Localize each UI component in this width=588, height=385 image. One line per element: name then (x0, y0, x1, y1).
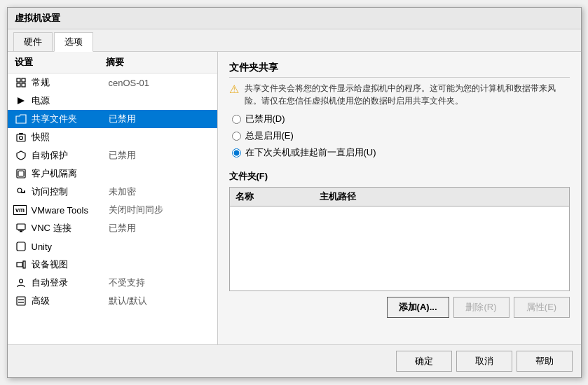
svg-point-10 (18, 188, 22, 192)
svg-rect-7 (19, 133, 23, 134)
settings-item-icon-guest-isolation (15, 167, 27, 180)
radio-item-until-off[interactable]: 在下次关机或挂起前一直启用(U) (232, 146, 570, 159)
title-bar: 虚拟机设置 (8, 8, 581, 29)
settings-item-summary-access-control: 未加密 (109, 186, 136, 198)
settings-item-name-autologin: 自动登录 (32, 276, 109, 289)
settings-item-summary-autologin: 不受支持 (109, 276, 145, 289)
settings-item-name-general: 常规 (32, 76, 109, 89)
settings-item-icon-unity (15, 240, 27, 253)
settings-item-advanced[interactable]: 高级默认/默认 (8, 292, 217, 310)
folder-table: 名称 主机路径 (229, 187, 570, 291)
svg-marker-4 (18, 97, 25, 104)
svg-rect-13 (17, 224, 25, 230)
svg-rect-16 (17, 242, 25, 251)
settings-item-icon-vmware-tools: vm (15, 204, 27, 216)
bottom-bar: 确定 取消 帮助 (8, 344, 581, 377)
settings-item-name-vnc: VNC 连接 (32, 222, 109, 234)
radio-input-until-off[interactable] (232, 148, 241, 158)
folder-sharing-section: 文件夹共享 ⚠ 共享文件夹会将您的文件显示给虚拟机中的程序。这可能为您的计算机和… (229, 62, 570, 159)
settings-item-icon-autologin (15, 276, 27, 289)
svg-point-6 (19, 136, 22, 140)
left-panel: 设置 摘要 常规cenOS-01电源共享文件夹已禁用快照自动保护已禁用客户机隔离… (8, 52, 218, 344)
settings-item-icon-vnc (15, 222, 27, 234)
settings-item-icon-snapshot (15, 131, 27, 144)
svg-rect-5 (17, 134, 25, 141)
settings-item-summary-vnc: 已禁用 (109, 222, 136, 234)
svg-rect-9 (18, 171, 24, 176)
settings-item-name-snapshot: 快照 (32, 131, 109, 144)
settings-item-name-unity: Unity (32, 241, 109, 252)
warning-icon: ⚠ (229, 83, 239, 96)
radio-item-disabled[interactable]: 已禁用(D) (232, 113, 570, 125)
settings-item-unity[interactable]: Unity (8, 237, 217, 255)
properties-button[interactable]: 属性(E) (514, 297, 570, 318)
folder-table-header: 名称 主机路径 (230, 188, 569, 206)
settings-item-autoprotect[interactable]: 自动保护已禁用 (8, 146, 217, 164)
col-name-header: 名称 (235, 190, 320, 203)
remove-button[interactable]: 删除(R) (453, 297, 510, 318)
settings-item-summary-advanced: 默认/默认 (109, 295, 148, 307)
settings-item-snapshot[interactable]: 快照 (8, 128, 217, 146)
settings-item-vmware-tools[interactable]: vmVMware Tools关闭时间同步 (8, 201, 217, 219)
ok-button[interactable]: 确定 (396, 351, 452, 372)
header-setting: 设置 (15, 56, 106, 69)
settings-item-access-control[interactable]: 访问控制未加密 (8, 183, 217, 201)
settings-item-name-access-control: 访问控制 (32, 186, 109, 198)
settings-item-summary-vmware-tools: 关闭时间同步 (109, 204, 163, 216)
settings-item-name-shared-folder: 共享文件夹 (32, 113, 109, 125)
warning-box: ⚠ 共享文件夹会将您的文件显示给虚拟机中的程序。这可能为您的计算机和数据带来风险… (229, 82, 570, 107)
folder-label: 文件夹(F) (229, 170, 570, 183)
settings-item-name-advanced: 高级 (32, 295, 109, 307)
svg-point-19 (19, 279, 22, 283)
help-button[interactable]: 帮助 (517, 351, 573, 372)
settings-item-icon-general (15, 76, 27, 89)
cancel-button[interactable]: 取消 (456, 351, 512, 372)
settings-item-icon-advanced (15, 295, 27, 307)
settings-item-name-vmware-tools: VMware Tools (32, 205, 109, 216)
buttons-row: 添加(A)... 删除(R) 属性(E) (229, 297, 570, 318)
virtual-machine-settings-window: 虚拟机设置 硬件 选项 设置 摘要 常规cenOS-01电源共享文件夹已禁用快照… (7, 7, 582, 378)
settings-item-icon-autoprotect (15, 149, 27, 162)
svg-rect-14 (18, 230, 24, 231)
svg-rect-18 (23, 261, 25, 268)
tab-hardware[interactable]: 硬件 (13, 32, 53, 51)
settings-item-name-device-view: 设备视图 (32, 258, 109, 271)
radio-input-disabled[interactable] (232, 115, 241, 124)
settings-item-summary-autoprotect: 已禁用 (109, 149, 136, 162)
add-button[interactable]: 添加(A)... (387, 297, 449, 318)
right-panel: 文件夹共享 ⚠ 共享文件夹会将您的文件显示给虚拟机中的程序。这可能为您的计算机和… (218, 52, 581, 344)
folder-section: 文件夹(F) 名称 主机路径 添加(A)... 删除(R) 属性(E) (229, 170, 570, 318)
settings-item-summary-shared-folder: 已禁用 (109, 113, 136, 125)
settings-item-device-view[interactable]: 设备视图 (8, 255, 217, 274)
svg-rect-1 (22, 78, 25, 82)
svg-rect-0 (17, 78, 20, 82)
svg-rect-15 (20, 231, 22, 232)
tab-bar: 硬件 选项 (8, 29, 581, 52)
main-content: 设置 摘要 常规cenOS-01电源共享文件夹已禁用快照自动保护已禁用客户机隔离… (8, 52, 581, 344)
settings-header: 设置 摘要 (8, 52, 217, 74)
settings-item-icon-device-view (15, 258, 27, 271)
settings-list: 常规cenOS-01电源共享文件夹已禁用快照自动保护已禁用客户机隔离访问控制未加… (8, 74, 217, 344)
window-title: 虚拟机设置 (15, 13, 60, 23)
settings-item-power[interactable]: 电源 (8, 92, 217, 110)
radio-input-always[interactable] (232, 132, 241, 141)
svg-rect-2 (17, 83, 20, 87)
settings-item-autologin[interactable]: 自动登录不受支持 (8, 274, 217, 292)
svg-rect-3 (22, 83, 25, 87)
settings-item-shared-folder[interactable]: 共享文件夹已禁用 (8, 110, 217, 128)
section-title: 文件夹共享 (229, 62, 570, 78)
radio-item-always[interactable]: 总是启用(E) (232, 130, 570, 142)
settings-item-general[interactable]: 常规cenOS-01 (8, 74, 217, 92)
col-path-header: 主机路径 (320, 190, 563, 203)
radio-label-always: 总是启用(E) (245, 130, 294, 142)
folder-table-body (230, 206, 569, 290)
settings-item-icon-power (15, 94, 27, 107)
settings-item-name-power: 电源 (32, 94, 109, 107)
tab-options[interactable]: 选项 (54, 32, 93, 52)
settings-item-guest-isolation[interactable]: 客户机隔离 (8, 164, 217, 183)
svg-rect-17 (17, 262, 22, 267)
radio-group: 已禁用(D)总是启用(E)在下次关机或挂起前一直启用(U) (232, 113, 570, 159)
settings-item-name-autoprotect: 自动保护 (32, 149, 109, 162)
svg-rect-12 (24, 190, 25, 193)
settings-item-vnc[interactable]: VNC 连接已禁用 (8, 219, 217, 237)
